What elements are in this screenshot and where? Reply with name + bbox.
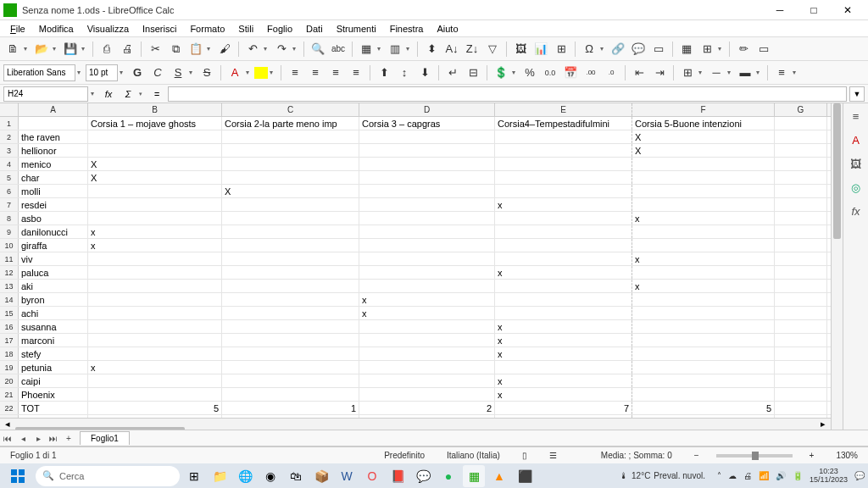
cell[interactable] bbox=[359, 280, 495, 292]
cell[interactable]: X bbox=[88, 171, 222, 184]
spreadsheet-grid[interactable]: A B C D E F G 1Corsia 1 – mojave ghostsC… bbox=[0, 103, 831, 430]
row-header[interactable]: 20 bbox=[0, 374, 19, 387]
cell[interactable]: aki bbox=[19, 280, 88, 292]
cell[interactable]: x bbox=[495, 198, 632, 211]
sort-icon[interactable]: ⬍ bbox=[422, 40, 441, 58]
col-header-a[interactable]: A bbox=[19, 103, 88, 116]
image-icon[interactable]: 🖼 bbox=[511, 40, 530, 58]
formula-input[interactable] bbox=[168, 86, 847, 102]
cell[interactable]: x bbox=[495, 388, 632, 401]
cell[interactable]: x bbox=[88, 239, 222, 252]
strike-icon[interactable]: S bbox=[198, 64, 216, 82]
row-header[interactable]: 3 bbox=[0, 144, 19, 157]
first-sheet-icon[interactable]: ⏮ bbox=[0, 430, 15, 446]
cell[interactable]: x bbox=[359, 307, 495, 319]
cell[interactable]: x bbox=[632, 212, 775, 225]
properties-icon[interactable]: ≡ bbox=[847, 107, 865, 125]
opera-icon[interactable]: O bbox=[361, 465, 383, 487]
select-all-corner[interactable] bbox=[0, 103, 19, 116]
cell[interactable]: hellionor bbox=[19, 144, 88, 157]
cell[interactable] bbox=[222, 293, 359, 306]
row-header[interactable]: 8 bbox=[0, 212, 19, 225]
cell[interactable]: char bbox=[19, 171, 88, 184]
cell[interactable]: x bbox=[495, 347, 632, 360]
split-icon[interactable]: ⊞ bbox=[698, 40, 716, 58]
cell[interactable] bbox=[88, 388, 222, 401]
row-header[interactable]: 19 bbox=[0, 361, 19, 374]
row-header[interactable]: 16 bbox=[0, 320, 19, 333]
spotify-icon[interactable]: ● bbox=[437, 465, 459, 487]
menu-inserisci[interactable]: Inserisci bbox=[136, 22, 183, 36]
cell[interactable] bbox=[775, 252, 827, 265]
menu-visualizza[interactable]: Visualizza bbox=[81, 22, 136, 36]
functions-icon[interactable]: fx bbox=[847, 202, 865, 220]
cell[interactable] bbox=[359, 171, 495, 184]
horizontal-scrollbar[interactable]: ◂ ▸ bbox=[0, 418, 831, 430]
align-right-icon[interactable]: ≡ bbox=[326, 64, 345, 82]
status-lang[interactable]: Italiano (Italia) bbox=[442, 451, 505, 460]
dropbox-icon[interactable]: 📦 bbox=[310, 465, 332, 487]
pivot-icon[interactable]: ⊞ bbox=[552, 40, 570, 58]
header-footer-icon[interactable]: ▭ bbox=[649, 40, 668, 58]
menu-foglio[interactable]: Foglio bbox=[260, 22, 299, 36]
cell[interactable] bbox=[775, 334, 827, 347]
row-header[interactable]: 22 bbox=[0, 402, 19, 414]
app-icon-3[interactable]: ⬛ bbox=[514, 465, 536, 487]
row-header[interactable]: 12 bbox=[0, 266, 19, 279]
find-icon[interactable]: 🔍 bbox=[309, 40, 327, 58]
align-top-icon[interactable]: ⬆ bbox=[375, 64, 393, 82]
cell-reference-input[interactable] bbox=[3, 86, 88, 102]
cell[interactable] bbox=[775, 198, 827, 211]
number-icon[interactable]: 0.0 bbox=[541, 64, 559, 82]
cell[interactable] bbox=[632, 158, 775, 170]
prev-sheet-icon[interactable]: ◂ bbox=[15, 430, 31, 446]
cell[interactable]: paluca bbox=[19, 266, 88, 279]
cell[interactable] bbox=[632, 239, 775, 252]
cell[interactable]: stefy bbox=[19, 347, 88, 360]
cell[interactable] bbox=[88, 185, 222, 197]
cell[interactable] bbox=[495, 280, 632, 292]
minimize-button[interactable]: ─ bbox=[763, 0, 797, 20]
align-middle-icon[interactable]: ↕ bbox=[395, 64, 414, 82]
cell[interactable] bbox=[88, 144, 222, 157]
copy-icon[interactable]: ⧉ bbox=[166, 40, 185, 58]
row-header[interactable]: 1 bbox=[0, 117, 19, 130]
cell[interactable] bbox=[88, 266, 222, 279]
edge-icon[interactable]: 🌐 bbox=[234, 465, 256, 487]
cell[interactable] bbox=[632, 185, 775, 197]
cell[interactable] bbox=[775, 130, 827, 143]
cell[interactable]: Corsia4–Tempestadifulmini bbox=[495, 117, 632, 130]
cell[interactable] bbox=[632, 361, 775, 374]
styles-icon[interactable]: A bbox=[847, 130, 865, 149]
cell[interactable]: X bbox=[632, 144, 775, 157]
cell[interactable]: x bbox=[495, 320, 632, 333]
indent-inc-icon[interactable]: ⇥ bbox=[650, 64, 669, 82]
cell[interactable] bbox=[775, 280, 827, 292]
cell[interactable] bbox=[495, 158, 632, 170]
paste-icon[interactable]: 📋 bbox=[186, 40, 205, 58]
sort-asc-icon[interactable]: A↓ bbox=[442, 40, 461, 58]
cell[interactable] bbox=[222, 388, 359, 401]
zoom-slider[interactable] bbox=[716, 454, 793, 458]
cell[interactable] bbox=[222, 171, 359, 184]
cell[interactable] bbox=[222, 334, 359, 347]
row-header[interactable]: 21 bbox=[0, 388, 19, 401]
cell[interactable] bbox=[222, 252, 359, 265]
menu-finestra[interactable]: Finestra bbox=[383, 22, 431, 36]
cell[interactable] bbox=[632, 307, 775, 319]
cell[interactable] bbox=[88, 198, 222, 211]
cell[interactable]: x bbox=[88, 361, 222, 374]
autofilter-icon[interactable]: ▽ bbox=[483, 40, 502, 58]
sum-icon[interactable]: Σ bbox=[120, 86, 136, 102]
percent-icon[interactable]: % bbox=[520, 64, 539, 82]
cell[interactable]: the raven bbox=[19, 130, 88, 143]
cell[interactable] bbox=[88, 334, 222, 347]
date-icon[interactable]: 📅 bbox=[561, 64, 580, 82]
new-icon[interactable]: 🗎 bbox=[3, 40, 22, 58]
merge-icon[interactable]: ⊟ bbox=[464, 64, 482, 82]
row-header[interactable]: 6 bbox=[0, 185, 19, 197]
menu-formato[interactable]: Formato bbox=[183, 22, 231, 36]
cell[interactable]: menico bbox=[19, 158, 88, 170]
row-header[interactable]: 13 bbox=[0, 280, 19, 292]
cell[interactable]: giraffa bbox=[19, 239, 88, 252]
